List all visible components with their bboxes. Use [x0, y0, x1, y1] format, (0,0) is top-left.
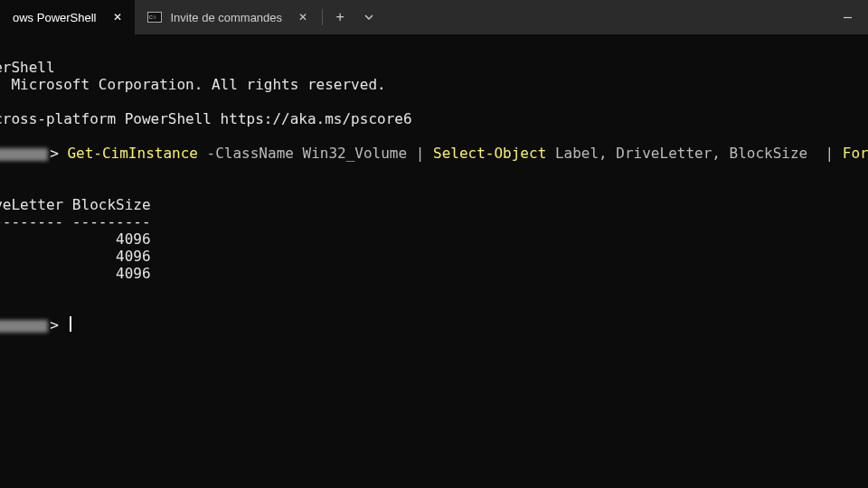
redacted-username — [0, 148, 48, 161]
chevron-down-icon — [363, 12, 374, 23]
cmdlet: Select-Object — [433, 145, 546, 162]
prompt-line: sers\> Get-CimInstance -ClassName Win32_… — [0, 145, 868, 162]
tab-label: ows PowerShell — [13, 11, 97, 24]
table-row: 4096 — [0, 265, 151, 282]
terminal-body[interactable]: PowerShell ht (C) Microsoft Corporation.… — [0, 34, 868, 333]
prompt-line: sers\> — [0, 316, 71, 333]
cursor — [70, 316, 71, 332]
title-bar: ows PowerShell ✕ C:\ Invite de commandes… — [0, 0, 868, 34]
cmdlet: Get-CimInstance — [67, 145, 198, 162]
tab-label: Invite de commandes — [171, 11, 283, 24]
table-header: DriveLetter BlockSize — [0, 196, 151, 213]
titlebar-drag-area[interactable] — [382, 0, 826, 34]
close-icon[interactable]: ✕ — [109, 9, 126, 25]
window-controls — [826, 0, 868, 34]
table-row: C: 4096 — [0, 230, 151, 248]
tab-cmd[interactable]: C:\ Invite de commandes ✕ — [135, 0, 321, 34]
close-icon[interactable]: ✕ — [295, 9, 311, 25]
banner-line: new cross-platform PowerShell https://ak… — [0, 110, 412, 127]
banner-line: PowerShell — [0, 59, 55, 76]
table-row: y 4096 — [0, 248, 151, 265]
cmd-icon: C:\ — [147, 10, 162, 24]
tab-dropdown-button[interactable] — [355, 0, 382, 34]
divider — [322, 9, 323, 25]
banner-line: ht (C) Microsoft Corporation. All rights… — [0, 76, 386, 93]
cmdlet: Forma — [843, 145, 868, 162]
new-tab-button[interactable]: + — [325, 0, 355, 34]
tab-powershell[interactable]: ows PowerShell ✕ — [0, 0, 135, 34]
redacted-username — [0, 320, 48, 333]
minimize-button[interactable] — [826, 0, 868, 34]
table-sep: ----------- --------- — [0, 213, 151, 230]
